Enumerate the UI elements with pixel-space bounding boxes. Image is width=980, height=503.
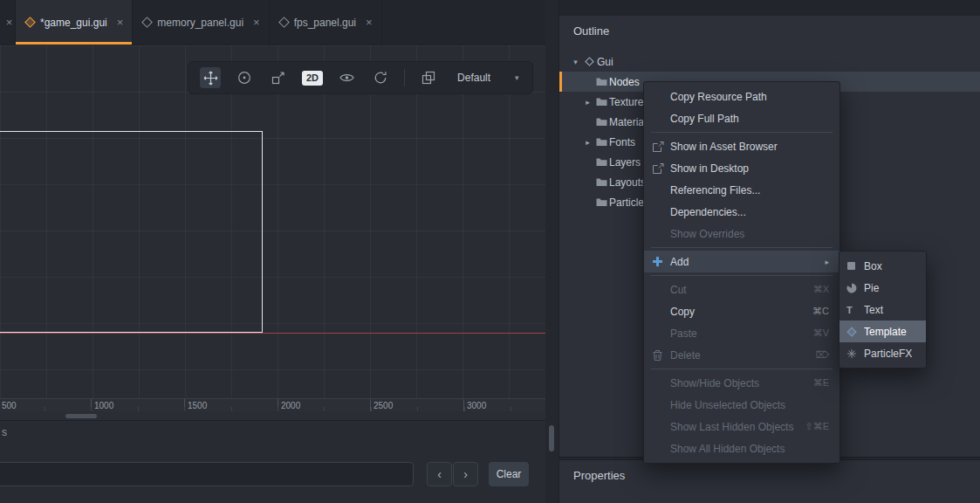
menu-item-label: Template bbox=[864, 326, 915, 338]
menu-item-label: Cut bbox=[670, 284, 803, 296]
menu-item-copy-resource-path[interactable]: Copy Resource Path bbox=[644, 86, 840, 107]
hscroll-track bbox=[0, 411, 545, 420]
console-filter-input[interactable] bbox=[0, 462, 414, 486]
tab-strip: × *game_gui.gui×memory_panel.gui×fps_pan… bbox=[0, 0, 545, 45]
gui-file-icon bbox=[278, 17, 290, 28]
pane-label-partial: s bbox=[2, 426, 7, 438]
context-menu: Copy Resource PathCopy Full PathShow in … bbox=[643, 81, 840, 464]
pie-icon bbox=[846, 283, 864, 293]
menu-item-label: Show Last Hidden Objects bbox=[670, 421, 794, 433]
folder-icon bbox=[593, 117, 609, 127]
tab-memory-panel-gui[interactable]: memory_panel.gui× bbox=[133, 0, 269, 45]
collapse-icon[interactable]: ▾ bbox=[570, 58, 581, 66]
outline-header: Outline bbox=[559, 16, 980, 45]
menu-separator bbox=[651, 369, 833, 369]
box-icon bbox=[846, 261, 864, 271]
outline-item-label: Nodes bbox=[609, 76, 640, 88]
menu-item-copy-full-path[interactable]: Copy Full Path bbox=[644, 107, 840, 129]
scale-tool-button[interactable] bbox=[268, 67, 289, 88]
menu-item-template[interactable]: Template bbox=[840, 320, 926, 342]
menu-item-dependencies[interactable]: Dependencies... bbox=[644, 201, 840, 223]
expand-icon[interactable]: ▸ bbox=[582, 98, 593, 107]
menu-separator bbox=[651, 275, 833, 276]
visibility-filter-button[interactable] bbox=[336, 67, 357, 88]
close-icon[interactable]: × bbox=[6, 17, 13, 28]
external-icon bbox=[653, 163, 670, 174]
menu-item-label: Text bbox=[864, 304, 915, 316]
ruler-label: 1500 bbox=[188, 401, 207, 410]
menu-item-delete: Delete⌦ bbox=[644, 344, 840, 366]
outline-title: Outline bbox=[573, 24, 609, 38]
prev-match-button[interactable]: ‹ bbox=[427, 462, 452, 486]
folder-icon bbox=[593, 97, 609, 107]
move-tool-button[interactable] bbox=[200, 67, 221, 88]
editor-pane: × *game_gui.gui×memory_panel.gui×fps_pan… bbox=[0, 0, 545, 503]
eye-icon bbox=[339, 72, 354, 83]
tab-game-gui-gui[interactable]: *game_gui.gui× bbox=[16, 0, 133, 45]
menu-item-show-all-hidden-objects: Show All Hidden Objects bbox=[644, 438, 840, 459]
panel-splitter[interactable] bbox=[545, 0, 559, 503]
menu-item-text[interactable]: TText bbox=[840, 299, 926, 320]
menu-item-label: Copy bbox=[670, 306, 802, 318]
close-icon[interactable]: × bbox=[253, 17, 260, 28]
menu-item-paste: Paste⌘V bbox=[644, 322, 840, 344]
menu-item-cut: Cut⌘X bbox=[644, 279, 840, 300]
camera-profile-label: Default bbox=[457, 72, 490, 84]
gui-file-icon bbox=[24, 17, 36, 28]
menu-item-label: Box bbox=[864, 260, 915, 272]
close-icon[interactable]: × bbox=[117, 17, 124, 28]
expand-icon[interactable]: ▸ bbox=[582, 138, 593, 147]
camera-profile-dropdown[interactable]: Default ▾ bbox=[452, 68, 524, 87]
menu-item-label: Show in Asset Browser bbox=[670, 141, 829, 153]
menu-item-label: Add bbox=[670, 256, 814, 268]
outline-item-label: Layers bbox=[609, 156, 641, 169]
realtime-update-button[interactable] bbox=[370, 67, 391, 88]
rotate-tool-button[interactable] bbox=[234, 67, 255, 88]
chevron-left-icon: ‹ bbox=[437, 468, 442, 480]
x-axis-line bbox=[0, 333, 545, 334]
splitter-handle[interactable] bbox=[549, 425, 554, 451]
template-icon bbox=[846, 327, 864, 337]
tab-label: fps_panel.gui bbox=[294, 17, 356, 29]
outline-item-gui[interactable]: ▾Gui bbox=[559, 52, 980, 72]
toolbar-divider bbox=[404, 69, 405, 86]
menu-item-pie[interactable]: Pie bbox=[840, 277, 926, 299]
console-pane: s ‹ › Clear bbox=[0, 420, 545, 503]
menu-item-label: Paste bbox=[670, 327, 803, 340]
menu-item-hide-unselected-objects: Hide Unselected Objects bbox=[644, 394, 840, 416]
ruler-label: 2500 bbox=[373, 401, 393, 410]
menu-item-add[interactable]: Add▸ bbox=[644, 251, 840, 272]
outline-item-label: Fonts bbox=[609, 136, 635, 148]
tab-partial[interactable]: × bbox=[0, 0, 16, 45]
mode-2d-toggle[interactable]: 2D bbox=[302, 67, 323, 88]
menu-item-label: Show in Desktop bbox=[670, 162, 829, 175]
scene-editor-canvas[interactable]: 2D Default ▾ 50010001500200025003000 bbox=[0, 45, 545, 411]
tab-label: memory_panel.gui bbox=[157, 17, 243, 29]
tab-fps-panel-gui[interactable]: fps_panel.gui× bbox=[270, 0, 382, 45]
ruler-label: 1000 bbox=[94, 401, 113, 410]
tab-label: *game_gui.gui bbox=[40, 17, 107, 29]
menu-item-copy[interactable]: Copy⌘C bbox=[644, 300, 840, 322]
ruler: 50010001500200025003000 bbox=[0, 398, 545, 411]
folder-icon bbox=[593, 177, 609, 187]
shortcut-label: ⌘X bbox=[813, 284, 829, 295]
shortcut-label: ⌦ bbox=[815, 349, 829, 361]
menu-item-label: ParticleFX bbox=[864, 348, 915, 360]
move-icon bbox=[203, 71, 218, 86]
scale-icon bbox=[271, 71, 285, 85]
shortcut-label: ⌘C bbox=[812, 306, 829, 317]
menu-item-label: Show All Hidden Objects bbox=[670, 443, 829, 455]
menu-item-show-in-desktop[interactable]: Show in Desktop bbox=[644, 157, 840, 179]
layout-frames-button[interactable] bbox=[418, 67, 439, 88]
menu-item-show-last-hidden-objects: Show Last Hidden Objects⇧⌘E bbox=[644, 416, 840, 438]
menu-item-referencing-files[interactable]: Referencing Files... bbox=[644, 179, 840, 201]
clear-button[interactable]: Clear bbox=[489, 462, 529, 486]
menu-item-particlefx[interactable]: ParticleFX bbox=[840, 342, 926, 364]
folder-icon bbox=[593, 137, 609, 147]
menu-item-box[interactable]: Box bbox=[840, 255, 926, 277]
next-match-button[interactable]: › bbox=[453, 462, 478, 486]
menu-item-label: Delete bbox=[670, 349, 805, 362]
close-icon[interactable]: × bbox=[366, 17, 373, 28]
hscroll-thumb[interactable] bbox=[65, 414, 97, 418]
menu-item-show-in-asset-browser[interactable]: Show in Asset Browser bbox=[644, 135, 840, 157]
